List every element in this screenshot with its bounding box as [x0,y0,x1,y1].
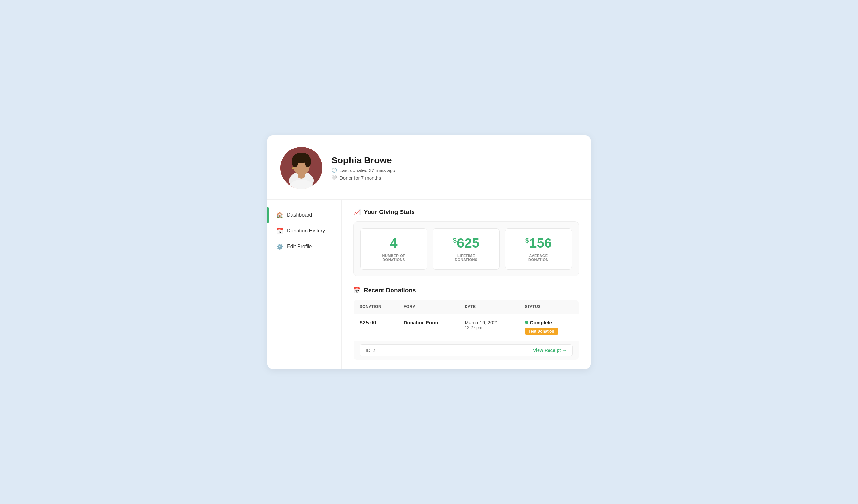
stat-value-lifetime: $625 [438,236,494,250]
donation-id: ID: 2 [366,348,375,353]
table-row: $25.00 Donation Form March 19, 2021 12:2… [354,313,579,341]
stat-value-num-donations: 4 [366,236,422,250]
donations-table: DONATION FORM DATE STATUS $25.00 [353,299,579,360]
cell-status: Complete Test Donation [519,313,579,341]
view-receipt-link[interactable]: View Receipt → [533,348,567,353]
avatar [281,147,322,189]
cell-date: March 19, 2021 12:27 pm [459,313,519,341]
recent-donations-title: 📅 Recent Donations [353,287,579,294]
col-status: STATUS [519,299,579,313]
main-body: 🏠 Dashboard 📅 Donation History ⚙️ Edit P… [268,199,590,369]
stat-value-average: $156 [510,236,567,250]
stat-card-lifetime: $625 LIFETIMEDONATIONS [432,228,500,270]
col-form: FORM [398,299,459,313]
status-dot [525,321,528,324]
sidebar-item-edit-profile[interactable]: ⚙️ Edit Profile [268,239,341,255]
stats-container: 4 NUMBER OFDONATIONS $625 LIFETIMEDONATI… [353,222,579,276]
status-complete: Complete [525,320,573,325]
recent-donations-section: 📅 Recent Donations DONATION FORM DATE ST… [353,287,579,360]
profile-donor-duration: 🤍 Donor for 7 months [331,175,395,180]
heart-icon: 🤍 [331,175,337,180]
sidebar-label-edit-profile: Edit Profile [287,244,312,249]
calendar-icon: 📅 [276,228,283,234]
gear-icon: ⚙️ [276,243,283,250]
stat-card-average: $156 AVERAGEDONATION [505,228,572,270]
stat-card-num-donations: 4 NUMBER OFDONATIONS [360,228,427,270]
content-area: 📈 Your Giving Stats 4 NUMBER OFDONATIONS… [342,199,590,369]
home-icon: 🏠 [276,212,283,218]
sidebar-item-dashboard[interactable]: 🏠 Dashboard [268,207,341,223]
sidebar-label-dashboard: Dashboard [287,212,312,218]
cell-form: Donation Form [398,313,459,341]
col-date: DATE [459,299,519,313]
col-donation: DONATION [354,299,398,313]
stat-label-num-donations: NUMBER OFDONATIONS [366,254,422,261]
donation-amount: $25.00 [360,320,376,326]
profile-name: Sophia Browe [331,155,395,166]
svg-point-10 [292,167,294,169]
test-badge: Test Donation [525,328,558,335]
clock-icon: 🕐 [331,167,337,173]
chart-icon: 📈 [353,209,361,216]
donation-form-name: Donation Form [404,320,439,325]
status-label: Complete [530,320,552,325]
row-detail-cell: ID: 2 View Receipt → [354,341,579,360]
table-header-row: DONATION FORM DATE STATUS [354,299,579,313]
profile-info: Sophia Browe 🕐 Last donated 37 mins ago … [331,155,395,180]
giving-stats-title: 📈 Your Giving Stats [353,209,579,216]
stat-label-average: AVERAGEDONATION [510,254,567,261]
profile-last-donated: 🕐 Last donated 37 mins ago [331,167,395,173]
stat-label-lifetime: LIFETIMEDONATIONS [438,254,494,261]
sidebar: 🏠 Dashboard 📅 Donation History ⚙️ Edit P… [268,199,342,369]
sidebar-label-donation-history: Donation History [287,228,325,234]
donation-date: March 19, 2021 12:27 pm [465,320,513,330]
cell-amount: $25.00 [354,313,398,341]
svg-point-8 [294,153,308,161]
sidebar-item-donation-history[interactable]: 📅 Donation History [268,223,341,239]
recent-calendar-icon: 📅 [353,287,361,294]
row-detail: ID: 2 View Receipt → [354,341,579,360]
donation-time: 12:27 pm [465,325,513,330]
main-card: Sophia Browe 🕐 Last donated 37 mins ago … [268,135,590,369]
profile-header: Sophia Browe 🕐 Last donated 37 mins ago … [268,135,590,199]
row-detail-inner: ID: 2 View Receipt → [360,344,573,356]
